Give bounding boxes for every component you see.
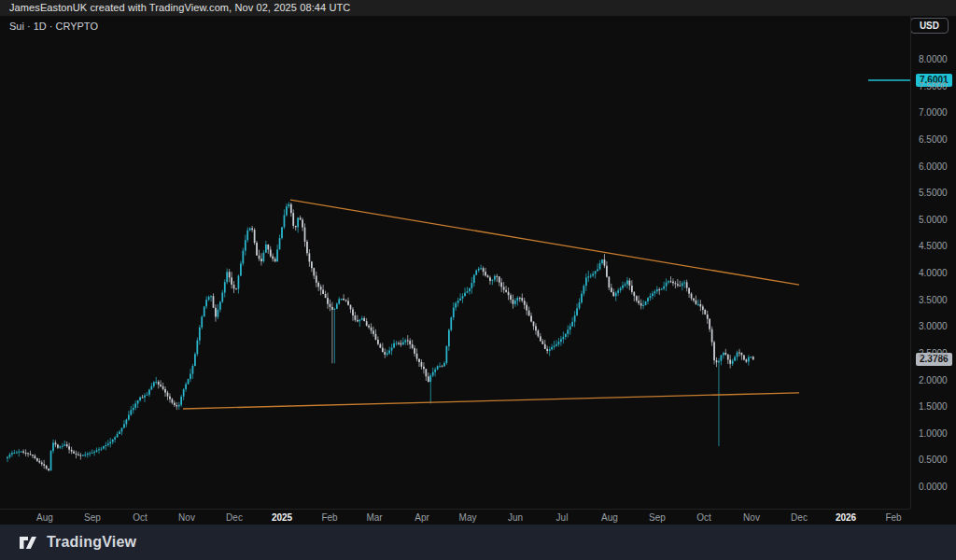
chart-canvas[interactable] [0,0,910,509]
time-tick: May [459,512,477,523]
time-tick: Aug [601,512,618,523]
tradingview-logo-icon [17,531,39,553]
price-tick: 7.5000 [919,80,948,91]
price-tick: 1.0000 [919,427,948,438]
time-tick: Sep [649,512,666,523]
price-tick: 3.0000 [919,321,948,331]
time-tick: Feb [885,512,901,523]
time-tick: Nov [178,512,195,523]
price-tick: 5.0000 [919,214,948,224]
time-tick: Oct [696,512,711,523]
time-tick: Dec [226,512,243,523]
price-tick: 6.5000 [919,133,948,144]
time-tick: Nov [743,512,760,523]
price-tick: 1.5000 [919,401,948,412]
footer-bar: TradingView [0,525,956,560]
price-tick: 3.5000 [919,294,948,304]
time-tick: Dec [791,512,808,523]
price-tick: 0.0000 [919,482,948,492]
price-tick: 2.5000 [919,347,948,357]
time-tick: 2025 [272,512,292,523]
time-tick: Jul [556,512,569,523]
price-tick: 2.0000 [919,374,948,385]
price-tick: 8.0000 [919,54,948,64]
tradingview-logo[interactable]: TradingView [17,531,136,553]
price-tick: 5.5000 [919,188,948,198]
price-tick: 4.0000 [919,268,948,278]
price-tick: 4.5000 [919,241,948,251]
time-tick: Mar [366,512,382,523]
tradingview-chart-page: JamesEastonUK created with TradingView.c… [0,0,956,560]
price-tick: 6.0000 [919,161,948,171]
price-tick: 0.5000 [919,455,948,465]
time-tick: Apr [415,512,429,523]
time-tick: 2026 [836,512,856,523]
price-axis[interactable]: 7.6001 2.3786 8.00007.50007.00006.50006.… [910,16,956,509]
price-tick: 7.0000 [919,107,948,118]
time-tick: Feb [321,512,337,523]
time-axis[interactable]: AugSepOctNovDec2025FebMarAprMayJunJulAug… [0,509,910,525]
time-tick: Sep [84,512,101,523]
time-tick: Jun [508,512,523,523]
time-tick: Oct [133,512,148,523]
tradingview-logo-text: TradingView [47,534,136,551]
time-tick: Aug [36,512,53,523]
